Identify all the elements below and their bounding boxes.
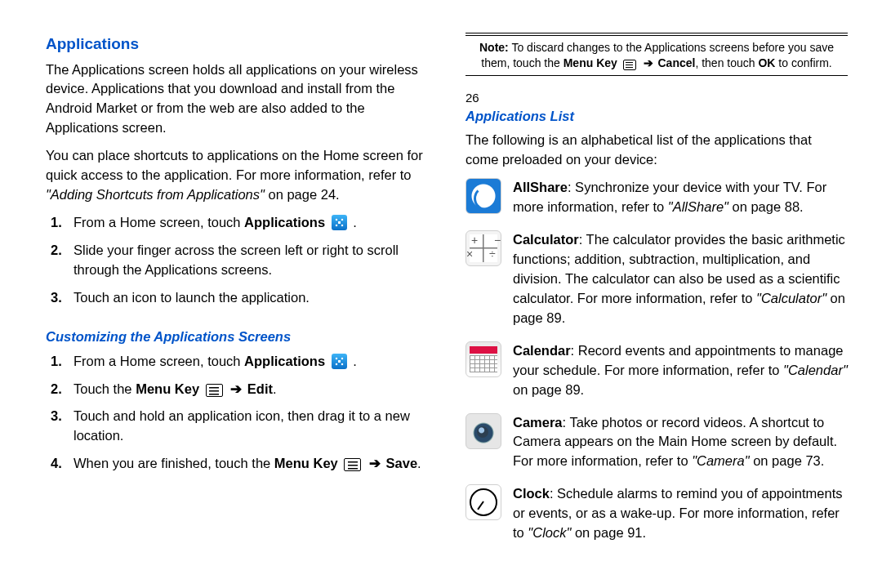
ui-term: Applications	[244, 215, 325, 229]
paragraph: You can place shortcuts to applications …	[46, 146, 428, 205]
ui-term: Edit	[247, 381, 273, 396]
text: to confirm.	[775, 56, 831, 69]
applications-list: AllShare: Synchronize your device with y…	[466, 178, 848, 543]
calendar-icon	[466, 341, 501, 377]
text: .	[417, 456, 421, 470]
calculator-icon	[466, 230, 501, 266]
subsection-heading-applications-list: Applications List	[466, 107, 848, 127]
text: Touch the	[74, 381, 136, 396]
ui-term: Applications	[244, 354, 325, 368]
ui-term: OK	[758, 56, 775, 69]
camera-icon	[466, 413, 501, 449]
menu-key-icon	[206, 384, 223, 397]
menu-key-icon	[623, 60, 636, 70]
app-list-item-calendar: Calendar: Record events and appointments…	[466, 341, 848, 400]
steps-list: 1. From a Home screen, touch Application…	[46, 352, 428, 483]
text: , then touch	[695, 56, 758, 69]
text: Slide your finger across the screen left…	[74, 243, 399, 277]
arrow-icon: ➔	[640, 56, 657, 69]
text: .	[273, 381, 277, 396]
note-box: Note: To discard changes to the Applicat…	[466, 35, 848, 76]
app-name: Clock	[513, 486, 550, 501]
app-name: AllShare	[513, 180, 568, 194]
app-description: Clock: Schedule alarms to remind you of …	[513, 484, 848, 543]
divider	[466, 33, 848, 33]
app-description: Camera: Take photos or record videos. A …	[513, 413, 848, 472]
app-description: Calendar: Record events and appointments…	[513, 341, 848, 400]
arrow-icon: ➔	[365, 456, 384, 470]
manual-page: Applications The Applications screen hol…	[0, 0, 882, 572]
text: on page 24.	[265, 187, 340, 202]
step-item: 1. From a Home screen, touch Application…	[46, 352, 428, 380]
app-list-item-clock: Clock: Schedule alarms to remind you of …	[466, 484, 848, 543]
cross-reference: "Adding Shortcuts from Applications"	[46, 187, 265, 202]
app-list-item-allshare: AllShare: Synchronize your device with y…	[466, 178, 848, 217]
menu-key-icon	[344, 458, 361, 471]
allshare-icon	[466, 178, 501, 214]
app-name: Camera	[513, 415, 563, 430]
text: on page 91.	[571, 525, 646, 540]
app-description: AllShare: Synchronize your device with y…	[513, 178, 848, 217]
app-description: Calculator: The calculator provides the …	[513, 230, 848, 328]
text: on page 88.	[728, 199, 804, 214]
clock-icon	[466, 484, 501, 520]
app-list-item-camera: Camera: Take photos or record videos. A …	[466, 413, 848, 472]
page-number: 26	[466, 89, 848, 107]
text: .	[350, 215, 357, 229]
cross-reference: "Calculator"	[756, 291, 826, 305]
text: From a Home screen, touch	[74, 354, 244, 368]
step-item: 2. Touch the Menu Key ➔ Edit.	[46, 380, 428, 408]
text: From a Home screen, touch	[74, 215, 244, 229]
cross-reference: "AllShare"	[668, 199, 728, 214]
step-item: 1. From a Home screen, touch Application…	[46, 213, 428, 241]
ui-term: Menu Key	[564, 56, 617, 69]
ui-term: Save	[386, 456, 418, 470]
cross-reference: "Clock"	[528, 525, 571, 540]
ui-term: Menu Key	[136, 381, 199, 396]
applications-icon	[332, 215, 347, 230]
step-item: 4. When you are finished, touch the Menu…	[46, 454, 428, 482]
subsection-heading-customizing: Customizing the Applications Screens	[46, 327, 428, 347]
note-label: Note:	[479, 41, 509, 54]
text: Touch an icon to launch the application.	[74, 290, 310, 305]
step-item: 3. Touch and hold an application icon, t…	[46, 407, 428, 454]
text: When you are finished, touch the	[74, 456, 274, 470]
app-list-item-calculator: Calculator: The calculator provides the …	[466, 230, 848, 328]
ui-term: Menu Key	[274, 456, 338, 470]
cross-reference: "Calendar"	[783, 363, 848, 377]
app-name: Calendar	[513, 343, 571, 358]
text: You can place shortcuts to applications …	[46, 148, 423, 182]
text: Touch and hold an application icon, then…	[74, 408, 410, 443]
text: on page 73.	[750, 453, 825, 468]
text: on page 89.	[513, 382, 584, 397]
text: .	[350, 354, 357, 368]
steps-list: 1. From a Home screen, touch Application…	[46, 213, 428, 316]
app-name: Calculator	[513, 232, 579, 247]
step-item: 3. Touch an icon to launch the applicati…	[46, 288, 428, 316]
applications-icon	[332, 354, 347, 369]
ui-term: Cancel	[657, 56, 695, 69]
paragraph: The Applications screen holds all applic…	[46, 60, 428, 139]
cross-reference: "Camera"	[692, 453, 749, 468]
arrow-icon: ➔	[227, 381, 246, 396]
paragraph: The following is an alphabetical list of…	[466, 131, 848, 170]
step-item: 2. Slide your finger across the screen l…	[46, 241, 428, 288]
section-heading-applications: Applications	[46, 33, 428, 56]
